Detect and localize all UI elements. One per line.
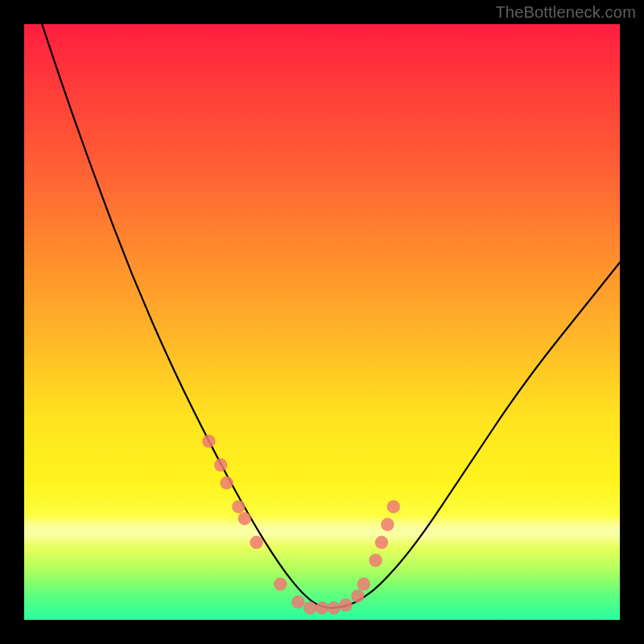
scatter-dot [357, 578, 370, 591]
scatter-dot [375, 536, 388, 549]
bottleneck-curve [42, 24, 620, 608]
scatter-dot [291, 596, 304, 609]
scatter-dot [340, 599, 353, 612]
scatter-dot [369, 554, 382, 567]
scatter-dot [351, 589, 364, 602]
scatter-dot [303, 601, 316, 614]
chart-frame: TheBottleneck.com [0, 0, 644, 644]
scatter-dot [381, 518, 394, 531]
scatter-dot [250, 536, 263, 549]
scatter-dot [316, 601, 328, 614]
curve-layer [24, 24, 620, 620]
scatter-dot [214, 459, 227, 472]
scatter-dot [238, 512, 251, 525]
scatter-dot [202, 435, 215, 448]
scatter-dot [387, 500, 400, 513]
scatter-dot [232, 500, 245, 513]
plot-area [24, 24, 620, 620]
scatter-dot [328, 601, 341, 614]
scatter-points [202, 435, 399, 614]
scatter-dot [274, 578, 287, 591]
watermark-text: TheBottleneck.com [495, 3, 636, 22]
scatter-dot [221, 477, 233, 489]
